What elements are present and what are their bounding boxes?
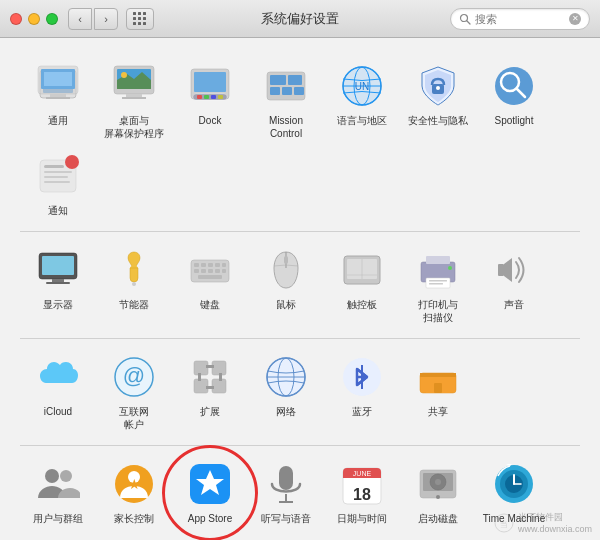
svg-rect-7 bbox=[50, 94, 66, 97]
grid-view-button[interactable] bbox=[126, 8, 154, 30]
search-input[interactable] bbox=[475, 13, 569, 25]
svg-rect-18 bbox=[204, 95, 209, 99]
pref-notification[interactable]: 通知 bbox=[20, 146, 96, 223]
pref-users[interactable]: 用户与群组 bbox=[20, 454, 96, 531]
search-box[interactable]: ✕ bbox=[450, 8, 590, 30]
pref-datetime[interactable]: 18 JUNE 日期与时间 bbox=[324, 454, 400, 531]
desktop-icon bbox=[110, 62, 158, 110]
keyboard-icon bbox=[186, 246, 234, 294]
network-label: 网络 bbox=[276, 405, 296, 418]
back-button[interactable]: ‹ bbox=[68, 8, 92, 30]
svg-rect-40 bbox=[44, 165, 64, 168]
pref-keyboard[interactable]: 键盘 bbox=[172, 240, 248, 330]
svg-rect-25 bbox=[282, 87, 292, 95]
appstore-label: App Store bbox=[188, 512, 232, 525]
pref-appstore[interactable]: App Store bbox=[172, 454, 248, 531]
svg-rect-71 bbox=[429, 280, 447, 282]
pref-extensions[interactable]: 扩展 bbox=[172, 347, 248, 437]
pref-bluetooth[interactable]: 蓝牙 bbox=[324, 347, 400, 437]
spotlight-label: Spotlight bbox=[495, 114, 534, 127]
keyboard-label: 键盘 bbox=[200, 298, 220, 311]
svg-rect-6 bbox=[44, 72, 72, 86]
pref-language[interactable]: UN 语言与地区 bbox=[324, 56, 400, 146]
datetime-label: 日期与时间 bbox=[337, 512, 387, 525]
pref-trackpad[interactable]: 触控板 bbox=[324, 240, 400, 330]
svg-rect-45 bbox=[42, 256, 74, 275]
pref-accessibility[interactable]: 辅助功能 bbox=[20, 531, 96, 540]
svg-rect-81 bbox=[206, 365, 214, 368]
pref-network[interactable]: 网络 bbox=[248, 347, 324, 437]
svg-rect-63 bbox=[284, 256, 288, 264]
svg-rect-55 bbox=[222, 263, 226, 267]
svg-rect-61 bbox=[198, 275, 222, 279]
dock-label: Dock bbox=[199, 114, 222, 127]
sound-label: 声音 bbox=[504, 298, 524, 311]
pref-dock[interactable]: Dock bbox=[172, 56, 248, 146]
svg-point-34 bbox=[436, 86, 440, 90]
users-icon bbox=[34, 460, 82, 508]
svg-point-112 bbox=[435, 479, 441, 485]
accounts-icon: @ bbox=[110, 353, 158, 401]
svg-rect-84 bbox=[219, 373, 222, 381]
security-label: 安全性与隐私 bbox=[408, 114, 468, 127]
svg-point-73 bbox=[448, 266, 452, 270]
pref-energy[interactable]: 节能器 bbox=[96, 240, 172, 330]
pref-display[interactable]: 显示器 bbox=[20, 240, 96, 330]
pref-icloud[interactable]: iCloud bbox=[20, 347, 96, 437]
svg-rect-46 bbox=[52, 279, 64, 282]
svg-rect-19 bbox=[211, 95, 216, 99]
timemachine-icon bbox=[490, 460, 538, 508]
watermark-url: www.downxia.com bbox=[518, 524, 592, 534]
mission-icon bbox=[262, 62, 310, 110]
maximize-button[interactable] bbox=[46, 13, 58, 25]
svg-rect-17 bbox=[197, 95, 202, 99]
svg-point-110 bbox=[436, 495, 440, 499]
general-label: 通用 bbox=[48, 114, 68, 127]
svg-rect-56 bbox=[194, 269, 199, 273]
notification-label: 通知 bbox=[48, 204, 68, 217]
pref-security[interactable]: 安全性与隐私 bbox=[400, 56, 476, 146]
search-clear-button[interactable]: ✕ bbox=[569, 13, 581, 25]
pref-mouse[interactable]: 鼠标 bbox=[248, 240, 324, 330]
appstore-icon bbox=[186, 460, 234, 508]
mouse-icon bbox=[262, 246, 310, 294]
minimize-button[interactable] bbox=[28, 13, 40, 25]
pref-parental[interactable]: ★ 家长控制 bbox=[96, 454, 172, 531]
svg-point-39 bbox=[65, 155, 79, 169]
svg-rect-15 bbox=[194, 72, 226, 92]
pref-sound[interactable]: 声音 bbox=[476, 240, 552, 330]
security-icon bbox=[414, 62, 462, 110]
pref-sharing[interactable]: 共享 bbox=[400, 347, 476, 437]
titlebar: ‹ › 系统偏好设置 ✕ bbox=[0, 0, 600, 38]
close-button[interactable] bbox=[10, 13, 22, 25]
general-icon bbox=[34, 62, 82, 110]
pref-mission[interactable]: MissionControl bbox=[248, 56, 324, 146]
language-icon: UN bbox=[338, 62, 386, 110]
svg-rect-54 bbox=[215, 263, 220, 267]
svg-rect-42 bbox=[44, 176, 68, 178]
dictation-icon bbox=[262, 460, 310, 508]
network-icon bbox=[262, 353, 310, 401]
parental-icon: ★ bbox=[110, 460, 158, 508]
pref-accounts[interactable]: @ 互联网帐户 bbox=[96, 347, 172, 437]
forward-button[interactable]: › bbox=[94, 8, 118, 30]
extensions-icon bbox=[186, 353, 234, 401]
personal-section: 通用 桌面与屏幕保护程序 bbox=[20, 48, 580, 232]
svg-rect-78 bbox=[212, 361, 226, 375]
svg-rect-12 bbox=[126, 94, 142, 97]
svg-rect-100 bbox=[279, 466, 293, 490]
svg-point-11 bbox=[121, 72, 127, 78]
parental-label: 家长控制 bbox=[114, 512, 154, 525]
notification-icon bbox=[34, 152, 82, 200]
window-title: 系统偏好设置 bbox=[261, 10, 339, 28]
pref-desktop[interactable]: 桌面与屏幕保护程序 bbox=[96, 56, 172, 146]
svg-rect-77 bbox=[194, 361, 208, 375]
pref-startup[interactable]: 启动磁盘 bbox=[400, 454, 476, 531]
trackpad-icon bbox=[338, 246, 386, 294]
pref-spotlight[interactable]: Spotlight bbox=[476, 56, 552, 146]
pref-dictation[interactable]: 听写与语音 bbox=[248, 454, 324, 531]
pref-printer[interactable]: 打印机与扫描仪 bbox=[400, 240, 476, 330]
pref-general[interactable]: 通用 bbox=[20, 56, 96, 146]
users-label: 用户与群组 bbox=[33, 512, 83, 525]
sound-icon bbox=[490, 246, 538, 294]
